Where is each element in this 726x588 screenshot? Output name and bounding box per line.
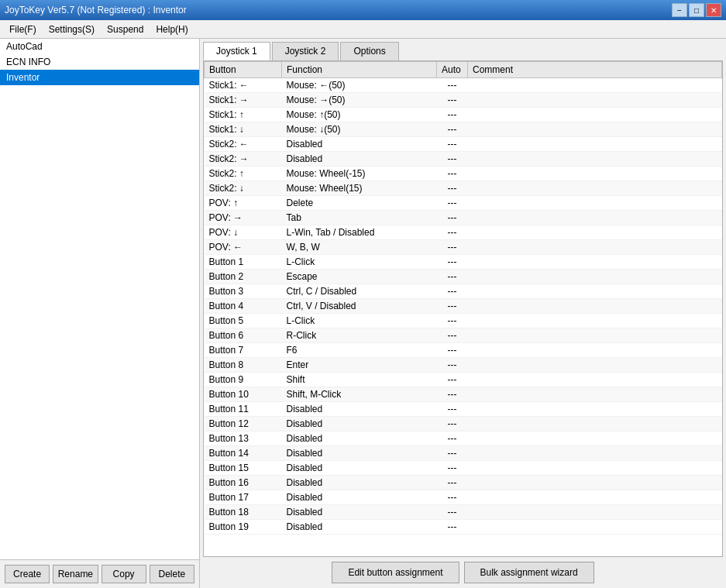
title-bar: JoyToKey Ver5.7 (Not Registered) : Inven… [0, 0, 726, 20]
cell-comment [468, 358, 722, 373]
cell-function: Escape [282, 270, 437, 284]
table-row[interactable]: Button 13Disabled--- [205, 432, 722, 446]
cell-auto: --- [437, 402, 468, 417]
table-row[interactable]: POV: ↓L-Win, Tab / Disabled--- [205, 225, 722, 240]
cell-button: Button 11 [205, 402, 282, 417]
cell-function: Ctrl, V / Disabled [282, 299, 437, 314]
table-row[interactable]: Stick2: →Disabled--- [205, 152, 722, 167]
table-row[interactable]: Button 3Ctrl, C / Disabled--- [205, 284, 722, 299]
cell-comment [468, 225, 722, 240]
cell-button: Button 12 [205, 417, 282, 432]
table-row[interactable]: Button 15Disabled--- [205, 461, 722, 476]
sidebar-item-ecninfo[interactable]: ECN INFO [0, 54, 199, 70]
cell-function: Disabled [282, 490, 437, 505]
tab-joystick1[interactable]: Joystick 1 [203, 42, 270, 60]
table-row[interactable]: Button 12Disabled--- [205, 417, 722, 432]
table-row[interactable]: Button 11Disabled--- [205, 402, 722, 417]
close-button[interactable]: ✕ [706, 3, 721, 17]
cell-auto: --- [437, 314, 468, 328]
menu-suspend[interactable]: Suspend [101, 22, 150, 36]
table-row[interactable]: Stick2: ↓Mouse: Wheel(15)--- [205, 181, 722, 196]
cell-comment [468, 343, 722, 358]
cell-auto: --- [437, 181, 468, 196]
rename-button[interactable]: Rename [53, 565, 98, 583]
cell-auto: --- [437, 417, 468, 432]
tab-joystick2[interactable]: Joystick 2 [272, 42, 339, 60]
tab-options[interactable]: Options [340, 42, 398, 60]
cell-function: Disabled [282, 417, 437, 432]
cell-function: Disabled [282, 446, 437, 461]
cell-button: Button 18 [205, 505, 282, 520]
edit-button-assignment-button[interactable]: Edit button assignment [332, 562, 459, 583]
table-row[interactable]: Button 10Shift, M-Click--- [205, 387, 722, 402]
cell-auto: --- [437, 490, 468, 505]
maximize-button[interactable]: □ [689, 3, 704, 17]
sidebar-footer: Create Rename Copy Delete [0, 559, 199, 588]
cell-function: Disabled [282, 152, 437, 167]
col-header-function: Function [282, 62, 437, 78]
cell-button: Stick2: ↓ [205, 181, 282, 196]
cell-auto: --- [437, 358, 468, 373]
bulk-assignment-wizard-button[interactable]: Bulk assignment wizard [464, 562, 594, 583]
delete-button[interactable]: Delete [150, 565, 194, 583]
table-row[interactable]: Button 18Disabled--- [205, 505, 722, 520]
table-row[interactable]: Stick2: ↑Mouse: Wheel(-15)--- [205, 167, 722, 181]
cell-button: Button 13 [205, 432, 282, 446]
cell-auto: --- [437, 167, 468, 181]
minimize-button[interactable]: − [672, 3, 687, 17]
cell-auto: --- [437, 240, 468, 255]
cell-button: Button 17 [205, 490, 282, 505]
menu-settings[interactable]: Settings(S) [43, 22, 101, 36]
cell-function: Disabled [282, 432, 437, 446]
table-row[interactable]: Button 2Escape--- [205, 270, 722, 284]
table-row[interactable]: POV: ←W, B, W--- [205, 240, 722, 255]
cell-button: POV: → [205, 211, 282, 225]
table-row[interactable]: Button 8Enter--- [205, 358, 722, 373]
create-button[interactable]: Create [5, 565, 50, 583]
sidebar-list: AutoCad ECN INFO Inventor [0, 39, 199, 559]
table-row[interactable]: Stick1: ↑Mouse: ↑(50)--- [205, 108, 722, 122]
table-row[interactable]: Button 7F6--- [205, 343, 722, 358]
cell-button: Button 14 [205, 446, 282, 461]
cell-function: Mouse: ↑(50) [282, 108, 437, 122]
cell-auto: --- [437, 476, 468, 490]
cell-auto: --- [437, 387, 468, 402]
menu-help[interactable]: Help(H) [150, 22, 194, 36]
cell-button: Stick1: ↓ [205, 122, 282, 137]
cell-function: Shift, M-Click [282, 387, 437, 402]
table-row[interactable]: Stick2: ←Disabled--- [205, 137, 722, 152]
cell-auto: --- [437, 343, 468, 358]
cell-auto: --- [437, 78, 468, 93]
table-row[interactable]: Stick1: →Mouse: →(50)--- [205, 93, 722, 108]
table-row[interactable]: Button 17Disabled--- [205, 490, 722, 505]
cell-button: Button 8 [205, 358, 282, 373]
cell-comment [468, 446, 722, 461]
sidebar-item-autocad[interactable]: AutoCad [0, 39, 199, 54]
table-row[interactable]: Button 9Shift--- [205, 373, 722, 387]
cell-comment [468, 461, 722, 476]
cell-comment [468, 476, 722, 490]
table-row[interactable]: POV: →Tab--- [205, 211, 722, 225]
table-row[interactable]: Button 1L-Click--- [205, 255, 722, 270]
table-scroll[interactable]: Button Function Auto Comment Stick1: ←Mo… [204, 61, 722, 556]
table-row[interactable]: Button 19Disabled--- [205, 520, 722, 535]
table-row[interactable]: Button 16Disabled--- [205, 476, 722, 490]
cell-function: Disabled [282, 461, 437, 476]
cell-function: R-Click [282, 328, 437, 343]
cell-comment [468, 314, 722, 328]
cell-comment [468, 432, 722, 446]
table-row[interactable]: Button 4Ctrl, V / Disabled--- [205, 299, 722, 314]
sidebar-item-inventor[interactable]: Inventor [0, 70, 199, 85]
menu-file[interactable]: File(F) [3, 22, 43, 36]
cell-comment [468, 152, 722, 167]
cell-auto: --- [437, 270, 468, 284]
table-row[interactable]: Button 14Disabled--- [205, 446, 722, 461]
table-row[interactable]: Button 6R-Click--- [205, 328, 722, 343]
table-row[interactable]: Stick1: ↓Mouse: ↓(50)--- [205, 122, 722, 137]
table-row[interactable]: POV: ↑Delete--- [205, 196, 722, 211]
copy-button[interactable]: Copy [102, 565, 146, 583]
table-row[interactable]: Button 5L-Click--- [205, 314, 722, 328]
table-row[interactable]: Stick1: ←Mouse: ←(50)--- [205, 78, 722, 93]
cell-function: Tab [282, 211, 437, 225]
cell-comment [468, 373, 722, 387]
